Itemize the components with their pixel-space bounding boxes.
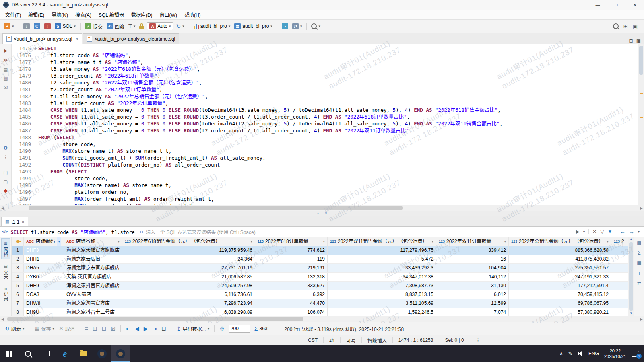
cancel-button[interactable]: ✕取消 <box>57 325 76 333</box>
taskbar-search-button[interactable] <box>19 345 37 362</box>
filter-history-dropdown-icon[interactable]: ▾ <box>638 230 640 234</box>
cell[interactable]: 7,308,687.73 <box>328 282 436 290</box>
column-filter-dropdown[interactable]: ▾ <box>607 237 609 246</box>
collapse-down-icon[interactable]: ▼ <box>324 212 328 215</box>
menu-item-5[interactable]: 数据库(D) <box>128 10 156 19</box>
taskbar-explorer-button[interactable] <box>74 345 93 362</box>
fetch-size[interactable] <box>227 324 252 333</box>
column-header-5[interactable]: 1232022年双11订单数量▾ <box>436 237 509 246</box>
query-log-button[interactable]: ▦ <box>2 75 9 82</box>
cell[interactable]: 33,439,292.3 <box>328 264 436 272</box>
cell[interactable]: 132,318 <box>255 273 328 281</box>
metadata-panel-icon[interactable]: i <box>636 270 643 276</box>
rollback-button[interactable]: ↶回滚 <box>105 22 126 31</box>
cell[interactable]: 海澜之家抖音十三号店 <box>64 308 122 316</box>
cell[interactable]: 106,074 <box>255 308 328 316</box>
open-perspective-button[interactable]: ⊞ <box>623 23 628 29</box>
sql-mode-button-dropdown[interactable]: ▾ <box>74 24 76 28</box>
cell[interactable]: 44,470 <box>255 299 328 308</box>
auto-refresh-button-dropdown[interactable]: ▾ <box>182 24 184 28</box>
menu-item-2[interactable]: 导航(N) <box>48 10 72 19</box>
auto-refresh-button[interactable]: ↻▾ <box>174 23 186 30</box>
export-data-button-dropdown[interactable]: ▾ <box>208 327 210 331</box>
calc-panel-icon[interactable]: Σ <box>636 250 643 256</box>
cell[interactable]: DHW8 <box>24 299 64 308</box>
transaction-mode-button[interactable]: T▾ <box>127 23 137 30</box>
cell[interactable]: 海澜之家淘宝官方店 <box>64 299 122 308</box>
menu-item-4[interactable]: SQL 编辑器 <box>95 10 128 19</box>
cell[interactable]: 117,279,496.75 <box>328 246 436 255</box>
cell[interactable]: DHF3 <box>24 246 64 255</box>
row-number[interactable]: 1 <box>12 246 24 255</box>
menu-item-6[interactable]: 窗口(W) <box>156 10 181 19</box>
task-view-button[interactable] <box>37 345 56 362</box>
cell[interactable] <box>611 255 628 263</box>
cell[interactable]: 海澜之家京东官方旗舰店 <box>64 264 122 272</box>
script-output-button[interactable]: ▢ <box>2 169 9 176</box>
filter-expand-icon[interactable]: ⊡ <box>140 229 143 234</box>
maximize-view-icon[interactable]: ▣ <box>636 38 641 44</box>
scroll-down-icon[interactable]: ▼ <box>630 312 633 315</box>
menu-item-0[interactable]: 文件(F) <box>2 10 25 19</box>
cell[interactable]: 3,511,105.69 <box>328 299 436 308</box>
cell[interactable]: 6,392 <box>255 290 328 299</box>
column-header-7[interactable]: 1232▾ <box>611 237 628 246</box>
focus-row-button[interactable]: ⊡ <box>160 325 168 332</box>
cell[interactable]: 24,364 <box>122 255 255 263</box>
cell[interactable] <box>611 273 628 281</box>
cell[interactable]: 天猫-英氏官方旗舰店 <box>64 273 122 281</box>
filter-config-icon[interactable]: ▽ <box>600 229 604 234</box>
export-data-button[interactable]: ↥导出数据...▾ <box>175 325 211 333</box>
pen-icon[interactable]: ✎ <box>568 351 572 356</box>
cell[interactable]: DHA5 <box>24 264 64 272</box>
notification-center-icon[interactable]: 1 <box>632 351 639 357</box>
row-number[interactable]: 2 <box>12 255 24 263</box>
cell[interactable]: 6,116,736.61 <box>122 290 255 299</box>
fetch-size-input[interactable] <box>229 325 250 333</box>
delete-row-button[interactable]: ⊠ <box>109 325 117 332</box>
refresh-button-dropdown[interactable]: ▾ <box>23 327 25 331</box>
editor-tab-1[interactable]: <audit_bi_pro> analysis_cleartime.sql <box>83 33 179 44</box>
cell[interactable]: 69,786,067.95 <box>509 299 611 308</box>
taskbar-edge-button[interactable]: e <box>56 345 74 362</box>
column-header-2[interactable]: 1232022年618销售金额（元） （包含运费）▾ <box>122 237 255 246</box>
network-button-dropdown[interactable]: ▾ <box>300 24 302 28</box>
cell[interactable]: 6,838,298.89 <box>122 308 255 316</box>
cell[interactable]: DHE9 <box>24 282 64 290</box>
new-sql-editor-button-dropdown[interactable]: ▾ <box>12 24 14 28</box>
column-header-6[interactable]: 1232022年总销售金额（元） （包含运费）▾ <box>509 237 611 246</box>
connection-combo[interactable]: audit_bi_pro▾ <box>192 23 232 30</box>
speaker-icon[interactable] <box>578 351 583 356</box>
menu-item-1[interactable]: 编辑(E) <box>25 10 48 19</box>
cell[interactable]: 885,366,628.58 <box>509 246 611 255</box>
cell[interactable]: DGA3 <box>24 290 64 299</box>
send-script-button[interactable]: ✉ <box>2 84 9 91</box>
taskbar-dbeaver-button[interactable] <box>93 345 111 362</box>
filter-history-back-icon[interactable]: ← <box>620 229 625 235</box>
results-tab[interactable]: ▦ t1 1 × <box>1 217 28 226</box>
row-number[interactable]: 4 <box>12 273 24 281</box>
cell[interactable]: 119,375,959.46 <box>122 246 255 255</box>
column-header-3[interactable]: 1232022年618订单数量▾ <box>255 237 328 246</box>
cell[interactable]: 12,599 <box>436 299 509 308</box>
row-number[interactable]: 7 <box>12 299 24 308</box>
script-log-button[interactable]: ▢ <box>2 179 9 185</box>
cell[interactable]: 7,296,723.94 <box>122 299 255 308</box>
cell[interactable]: 8,837,013.15 <box>328 290 436 299</box>
cell[interactable] <box>611 299 628 308</box>
menu-item-7[interactable]: 帮助(H) <box>181 10 204 19</box>
cell[interactable]: DH9U <box>24 308 64 316</box>
clock[interactable]: 20:22 2025/10/21 <box>604 348 626 360</box>
search-icon[interactable] <box>613 23 619 29</box>
column-filter-dropdown[interactable]: ▾ <box>431 237 433 246</box>
column-filter-dropdown[interactable]: ▾ <box>250 237 252 246</box>
cell[interactable]: 6,012 <box>436 290 509 299</box>
scrollbar-thumb[interactable] <box>629 242 633 311</box>
tray-chevron-icon[interactable]: ∧ <box>559 351 563 356</box>
cell[interactable]: 57,380,920.21 <box>509 308 611 316</box>
column-filter-dropdown[interactable]: ▾ <box>118 237 120 246</box>
cell[interactable]: 31,130 <box>436 282 509 290</box>
cell[interactable]: 海澜之家抖音官方旗舰店 <box>64 282 122 290</box>
disconnect-button[interactable]: ! <box>43 22 52 30</box>
prev-page-button[interactable]: ◀ <box>133 325 141 332</box>
